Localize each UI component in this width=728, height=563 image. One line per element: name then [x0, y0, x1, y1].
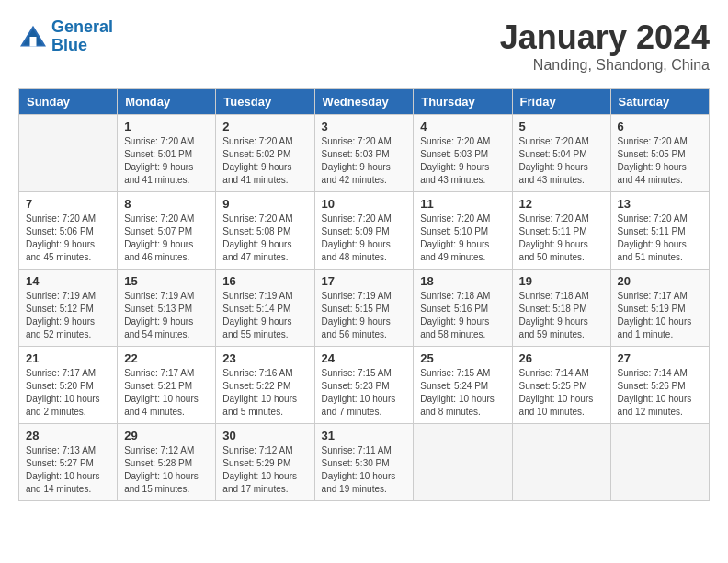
calendar-cell: 25Sunrise: 7:15 AMSunset: 5:24 PMDayligh… — [414, 347, 512, 424]
day-number: 24 — [322, 351, 407, 365]
day-info: Sunrise: 7:20 AMSunset: 5:03 PMDaylight:… — [420, 135, 505, 187]
day-info: Sunrise: 7:19 AMSunset: 5:12 PMDaylight:… — [26, 290, 110, 341]
calendar-cell: 31Sunrise: 7:11 AMSunset: 5:30 PMDayligh… — [314, 424, 414, 501]
day-number: 20 — [618, 274, 702, 288]
calendar-cell: 1Sunrise: 7:20 AMSunset: 5:01 PMDaylight… — [118, 115, 216, 192]
weekday-header-monday: Monday — [118, 89, 216, 115]
day-number: 5 — [519, 120, 604, 133]
logo-text: General Blue — [51, 18, 113, 55]
calendar-cell: 8Sunrise: 7:20 AMSunset: 5:07 PMDaylight… — [118, 192, 216, 270]
calendar-cell: 23Sunrise: 7:16 AMSunset: 5:22 PMDayligh… — [216, 347, 314, 424]
calendar-week-row: 14Sunrise: 7:19 AMSunset: 5:12 PMDayligh… — [19, 270, 710, 347]
day-info: Sunrise: 7:20 AMSunset: 5:02 PMDaylight:… — [222, 135, 307, 187]
day-info: Sunrise: 7:18 AMSunset: 5:16 PMDaylight:… — [420, 290, 505, 341]
calendar-cell: 26Sunrise: 7:14 AMSunset: 5:25 PMDayligh… — [512, 347, 610, 424]
day-number: 11 — [420, 197, 505, 211]
day-number: 29 — [124, 429, 209, 442]
day-info: Sunrise: 7:14 AMSunset: 5:25 PMDaylight:… — [519, 367, 604, 419]
day-info: Sunrise: 7:19 AMSunset: 5:14 PMDaylight:… — [222, 290, 307, 341]
day-info: Sunrise: 7:18 AMSunset: 5:18 PMDaylight:… — [519, 290, 604, 341]
day-info: Sunrise: 7:15 AMSunset: 5:23 PMDaylight:… — [322, 367, 407, 419]
day-info: Sunrise: 7:11 AMSunset: 5:30 PMDaylight:… — [322, 444, 407, 496]
day-number: 26 — [519, 351, 604, 365]
day-number: 30 — [222, 429, 307, 442]
calendar-cell: 3Sunrise: 7:20 AMSunset: 5:03 PMDaylight… — [314, 115, 414, 192]
day-number: 6 — [618, 120, 702, 133]
calendar-cell: 12Sunrise: 7:20 AMSunset: 5:11 PMDayligh… — [512, 192, 610, 270]
weekday-header-wednesday: Wednesday — [314, 89, 414, 115]
calendar-cell: 30Sunrise: 7:12 AMSunset: 5:29 PMDayligh… — [216, 424, 314, 501]
calendar-body: 1Sunrise: 7:20 AMSunset: 5:01 PMDaylight… — [19, 115, 710, 501]
day-info: Sunrise: 7:17 AMSunset: 5:19 PMDaylight:… — [618, 290, 702, 341]
calendar-cell: 24Sunrise: 7:15 AMSunset: 5:23 PMDayligh… — [314, 347, 414, 424]
page-header: General Blue January 2024 Nanding, Shand… — [18, 18, 710, 74]
day-number: 2 — [222, 120, 307, 133]
day-number: 13 — [618, 197, 702, 211]
day-info: Sunrise: 7:20 AMSunset: 5:11 PMDaylight:… — [618, 213, 702, 264]
day-number: 7 — [26, 197, 110, 211]
calendar-cell: 4Sunrise: 7:20 AMSunset: 5:03 PMDaylight… — [414, 115, 512, 192]
weekday-header-thursday: Thursday — [414, 89, 512, 115]
day-number: 14 — [26, 274, 110, 288]
calendar-cell: 20Sunrise: 7:17 AMSunset: 5:19 PMDayligh… — [610, 270, 709, 347]
calendar-cell — [610, 424, 709, 501]
day-info: Sunrise: 7:20 AMSunset: 5:08 PMDaylight:… — [222, 213, 307, 264]
day-number: 22 — [124, 351, 209, 365]
day-number: 3 — [322, 120, 407, 133]
day-number: 23 — [222, 351, 307, 365]
weekday-header-tuesday: Tuesday — [216, 89, 314, 115]
calendar-cell: 18Sunrise: 7:18 AMSunset: 5:16 PMDayligh… — [414, 270, 512, 347]
logo-line2: Blue — [51, 36, 87, 54]
day-info: Sunrise: 7:14 AMSunset: 5:26 PMDaylight:… — [618, 367, 702, 419]
day-number: 25 — [420, 351, 505, 365]
day-number: 19 — [519, 274, 604, 288]
location-subtitle: Nanding, Shandong, China — [500, 57, 710, 74]
calendar-cell: 29Sunrise: 7:12 AMSunset: 5:28 PMDayligh… — [118, 424, 216, 501]
day-number: 9 — [222, 197, 307, 211]
calendar-cell — [19, 115, 118, 192]
day-number: 10 — [322, 197, 407, 211]
day-info: Sunrise: 7:13 AMSunset: 5:27 PMDaylight:… — [26, 444, 110, 496]
day-number: 1 — [124, 120, 209, 133]
calendar-cell: 11Sunrise: 7:20 AMSunset: 5:10 PMDayligh… — [414, 192, 512, 270]
day-number: 31 — [322, 429, 407, 442]
day-number: 17 — [322, 274, 407, 288]
calendar-cell: 15Sunrise: 7:19 AMSunset: 5:13 PMDayligh… — [118, 270, 216, 347]
day-number: 4 — [420, 120, 505, 133]
calendar-cell: 5Sunrise: 7:20 AMSunset: 5:04 PMDaylight… — [512, 115, 610, 192]
calendar-cell: 14Sunrise: 7:19 AMSunset: 5:12 PMDayligh… — [19, 270, 118, 347]
day-info: Sunrise: 7:20 AMSunset: 5:06 PMDaylight:… — [26, 213, 110, 264]
calendar-cell: 28Sunrise: 7:13 AMSunset: 5:27 PMDayligh… — [19, 424, 118, 501]
calendar-cell — [512, 424, 610, 501]
svg-rect-2 — [30, 37, 37, 47]
logo-icon — [18, 24, 48, 50]
day-number: 21 — [26, 351, 110, 365]
day-info: Sunrise: 7:16 AMSunset: 5:22 PMDaylight:… — [222, 367, 307, 419]
day-number: 27 — [618, 351, 702, 365]
calendar-cell: 17Sunrise: 7:19 AMSunset: 5:15 PMDayligh… — [314, 270, 414, 347]
day-info: Sunrise: 7:12 AMSunset: 5:29 PMDaylight:… — [222, 444, 307, 496]
calendar-cell: 7Sunrise: 7:20 AMSunset: 5:06 PMDaylight… — [19, 192, 118, 270]
calendar-cell: 22Sunrise: 7:17 AMSunset: 5:21 PMDayligh… — [118, 347, 216, 424]
day-info: Sunrise: 7:17 AMSunset: 5:21 PMDaylight:… — [124, 367, 209, 419]
calendar-cell: 16Sunrise: 7:19 AMSunset: 5:14 PMDayligh… — [216, 270, 314, 347]
calendar-header-row: SundayMondayTuesdayWednesdayThursdayFrid… — [19, 89, 710, 115]
calendar-cell: 9Sunrise: 7:20 AMSunset: 5:08 PMDaylight… — [216, 192, 314, 270]
calendar-table: SundayMondayTuesdayWednesdayThursdayFrid… — [18, 88, 710, 501]
title-block: January 2024 Nanding, Shandong, China — [500, 18, 710, 74]
logo: General Blue — [18, 18, 113, 55]
weekday-header-saturday: Saturday — [610, 89, 709, 115]
month-year-title: January 2024 — [500, 18, 710, 57]
day-info: Sunrise: 7:20 AMSunset: 5:04 PMDaylight:… — [519, 135, 604, 187]
day-number: 18 — [420, 274, 505, 288]
day-info: Sunrise: 7:20 AMSunset: 5:09 PMDaylight:… — [322, 213, 407, 264]
calendar-cell: 6Sunrise: 7:20 AMSunset: 5:05 PMDaylight… — [610, 115, 709, 192]
day-info: Sunrise: 7:12 AMSunset: 5:28 PMDaylight:… — [124, 444, 209, 496]
day-info: Sunrise: 7:19 AMSunset: 5:13 PMDaylight:… — [124, 290, 209, 341]
day-info: Sunrise: 7:20 AMSunset: 5:01 PMDaylight:… — [124, 135, 209, 187]
logo-line1: General — [51, 17, 113, 36]
calendar-week-row: 28Sunrise: 7:13 AMSunset: 5:27 PMDayligh… — [19, 424, 710, 501]
calendar-week-row: 1Sunrise: 7:20 AMSunset: 5:01 PMDaylight… — [19, 115, 710, 192]
calendar-cell — [414, 424, 512, 501]
day-info: Sunrise: 7:20 AMSunset: 5:03 PMDaylight:… — [322, 135, 407, 187]
